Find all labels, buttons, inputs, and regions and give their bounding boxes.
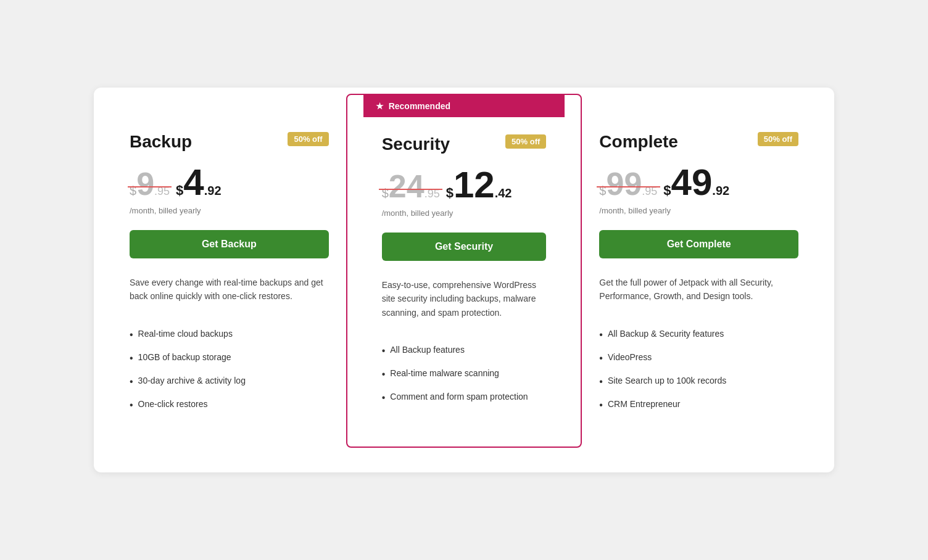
- price-row-security: $ 24 .95 $ 12 .42: [382, 167, 547, 204]
- feature-item: Site Search up to 100k records: [599, 370, 798, 393]
- current-amount-backup: 4: [183, 164, 204, 201]
- plan-name-security: Security: [382, 134, 450, 154]
- feature-item: Real-time malware scanning: [382, 363, 547, 386]
- plan-description-backup: Save every change with real-time backups…: [130, 276, 329, 303]
- feature-item: One-click restores: [130, 393, 329, 417]
- current-cents-complete: .92: [712, 184, 729, 198]
- current-amount-complete: 49: [671, 164, 713, 201]
- price-row-complete: $ 99 .95 $ 49 .92: [599, 164, 798, 201]
- current-cents-security: .42: [495, 186, 512, 200]
- feature-item: Comment and form spam protection: [382, 386, 547, 410]
- discount-badge-backup: 50% off: [288, 132, 328, 146]
- billing-text-complete: /month, billed yearly: [599, 206, 798, 215]
- features-list-backup: Real-time cloud backups10GB of backup st…: [130, 323, 329, 417]
- current-price-complete: $ 49 .92: [663, 164, 729, 201]
- feature-item: Real-time cloud backups: [130, 323, 329, 347]
- cta-button-complete[interactable]: Get Complete: [599, 230, 798, 258]
- plan-name-complete: Complete: [599, 132, 678, 152]
- plan-card-complete: Complete 50% off $ 99 .95 $ 49 .92 /mont…: [582, 112, 816, 437]
- plan-card-security: ★ Recommended Security 50% off $ 24 .95 …: [346, 94, 582, 448]
- feature-item: 30-day archive & activity log: [130, 370, 329, 393]
- plan-header-backup: Backup 50% off: [130, 132, 329, 152]
- cta-button-backup[interactable]: Get Backup: [130, 230, 329, 258]
- discount-badge-complete: 50% off: [758, 132, 798, 146]
- strikethrough-security: [379, 189, 442, 190]
- current-currency-complete: $: [663, 183, 671, 199]
- current-currency-backup: $: [176, 183, 183, 199]
- billing-text-security: /month, billed yearly: [382, 208, 547, 218]
- feature-item: All Backup & Security features: [599, 323, 798, 347]
- strikethrough-backup: [128, 186, 172, 187]
- plan-header-security: Security 50% off: [382, 134, 547, 154]
- plan-description-complete: Get the full power of Jetpack with all S…: [599, 276, 798, 303]
- star-icon: ★: [376, 101, 384, 111]
- feature-item: All Backup features: [382, 339, 547, 363]
- current-amount-security: 12: [454, 167, 495, 204]
- plan-name-backup: Backup: [130, 132, 192, 152]
- cta-button-security[interactable]: Get Security: [382, 233, 547, 261]
- original-price-complete: $ 99 .95: [599, 168, 657, 200]
- current-cents-backup: .92: [204, 184, 222, 198]
- billing-text-backup: /month, billed yearly: [130, 206, 329, 215]
- pricing-container: Backup 50% off $ 9 .95 $ 4 .92 /month, b…: [94, 88, 834, 472]
- feature-item: CRM Entrepreneur: [599, 393, 798, 417]
- current-price-security: $ 12 .42: [446, 167, 512, 204]
- plan-description-security: Easy-to-use, comprehensive WordPress sit…: [382, 278, 547, 319]
- current-currency-security: $: [446, 185, 454, 201]
- original-price-backup: $ 9 .95: [130, 168, 170, 200]
- current-price-backup: $ 4 .92: [176, 164, 221, 201]
- original-amount-complete: 99: [606, 168, 642, 200]
- feature-item: 10GB of backup storage: [130, 347, 329, 370]
- plan-header-complete: Complete 50% off: [599, 132, 798, 152]
- strikethrough-complete: [597, 186, 660, 187]
- original-amount-security: 24: [389, 170, 425, 202]
- recommended-label: Recommended: [389, 101, 450, 111]
- discount-badge-security: 50% off: [505, 134, 546, 149]
- original-amount-backup: 9: [136, 168, 154, 200]
- feature-item: VideoPress: [599, 347, 798, 370]
- features-list-complete: All Backup & Security featuresVideoPress…: [599, 323, 798, 417]
- plan-card-backup: Backup 50% off $ 9 .95 $ 4 .92 /month, b…: [112, 112, 346, 437]
- features-list-security: All Backup featuresReal-time malware sca…: [382, 339, 547, 410]
- original-price-security: $ 24 .95: [382, 170, 440, 202]
- recommended-banner: ★ Recommended: [363, 95, 565, 117]
- price-row-backup: $ 9 .95 $ 4 .92: [130, 164, 329, 201]
